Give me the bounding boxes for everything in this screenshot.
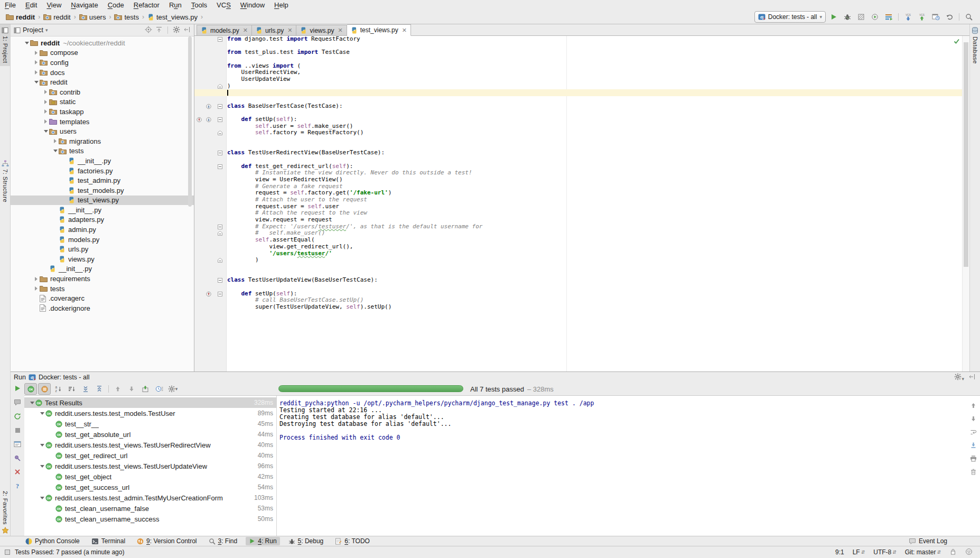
status-widget-utf-8[interactable]: UTF-8⇵ [873, 548, 897, 556]
project-tree-item-__init__.py[interactable]: __init__.py [11, 205, 194, 215]
project-tree-item-__init__.py[interactable]: __init__.py [11, 156, 194, 166]
code-line[interactable]: class TestUserRedirectView(BaseUserTestC… [194, 150, 963, 156]
collapse-arrow-icon[interactable] [39, 444, 45, 447]
collapse-arrow-icon[interactable] [42, 130, 49, 133]
test-result-row[interactable]: OKtest_get_object42ms [24, 471, 276, 482]
editor-tab-models.py[interactable]: models.py✕ [197, 25, 252, 36]
expand-arrow-icon[interactable] [33, 286, 40, 291]
expand-arrow-icon[interactable] [52, 139, 59, 143]
scroll-to-end-button[interactable] [970, 442, 977, 450]
close-tab-icon[interactable]: ✕ [243, 27, 248, 34]
inspections-status-icon[interactable] [954, 38, 960, 44]
fold-end-icon[interactable] [218, 231, 222, 236]
code-line[interactable]: self.factory = RequestFactory() [194, 129, 963, 136]
clear-all-button[interactable] [970, 468, 977, 477]
menu-vcs[interactable]: VCS [212, 0, 236, 10]
status-widget-git-master[interactable]: Git: master⇵ [905, 548, 941, 556]
toolwindow-button-3-find[interactable]: 3: Find [206, 537, 241, 545]
project-tree-item-users[interactable]: users [11, 126, 194, 136]
close-tab-icon[interactable]: ✕ [402, 27, 407, 34]
project-tree-item-compose[interactable]: compose [11, 48, 194, 58]
project-tree-item-migrations[interactable]: migrations [11, 136, 194, 146]
project-tree-item-test_models.py[interactable]: test_models.py [11, 185, 194, 196]
toolwindow-toggle-icon[interactable] [4, 549, 11, 555]
test-result-row[interactable]: OKtest_get_redirect_url40ms [24, 450, 276, 461]
expand-arrow-icon[interactable] [42, 90, 49, 94]
hector-inspector-button[interactable] [965, 548, 973, 557]
project-tree-item-test_admin.py[interactable]: test_admin.py [11, 175, 194, 185]
history-button[interactable] [930, 12, 941, 22]
status-widget-lf[interactable]: LF⇵ [853, 548, 865, 556]
project-tree-item-urls.py[interactable]: urls.py [11, 244, 194, 254]
close-tab-icon[interactable]: ✕ [338, 27, 343, 34]
fold-end-icon[interactable] [218, 84, 222, 89]
test-result-row[interactable]: OKreddit.users.tests.test_views.TestUser… [24, 461, 276, 471]
collapse-all-button[interactable] [93, 383, 106, 395]
fold-region-icon[interactable] [218, 292, 222, 296]
code-line[interactable]: UserUpdateView [194, 76, 963, 83]
collapse-arrow-icon[interactable] [33, 81, 40, 83]
toolwindow-button-6-todo[interactable]: 6: TODO [332, 537, 373, 545]
code-line[interactable]: ) [194, 257, 963, 264]
breadcrumb-item-reddit[interactable]: reddit [4, 13, 36, 21]
fold-region-icon[interactable] [218, 117, 222, 122]
sort-by-duration-button[interactable] [66, 383, 78, 395]
test-result-row[interactable]: OKTest Results328ms [24, 397, 276, 408]
project-tree-item-test_views.py[interactable]: test_views.py [11, 196, 194, 206]
project-tree-item-views.py[interactable]: views.py [11, 254, 194, 264]
test-result-row[interactable]: OKtest_clean_username_false53ms [24, 503, 276, 514]
menu-window[interactable]: Window [236, 0, 269, 10]
expand-arrow-icon[interactable] [42, 109, 49, 114]
overridden-method-icon[interactable] [206, 104, 211, 109]
lock-button[interactable] [949, 548, 957, 557]
editor-tab-urls.py[interactable]: urls.py✕ [252, 25, 297, 36]
expand-arrow-icon[interactable] [42, 119, 49, 124]
project-tree-item-taskapp[interactable]: taskapp [11, 107, 194, 117]
expand-arrow-icon[interactable] [33, 277, 40, 281]
code-line[interactable]: '/users/testuser/' [194, 250, 963, 257]
code-line[interactable]: from ..views import ( [194, 63, 963, 70]
event-log-button[interactable]: Event Log [909, 537, 947, 545]
hide-button[interactable] [183, 26, 191, 35]
soft-wrap-button[interactable] [970, 429, 977, 437]
project-tree-item-reddit[interactable]: reddit~/cookiecutter/reddit [11, 38, 194, 48]
code-line[interactable] [194, 109, 963, 116]
show-console-button[interactable] [14, 441, 21, 449]
expand-all-button[interactable] [79, 383, 92, 395]
previous-failed-button[interactable] [111, 383, 124, 395]
code-line[interactable]: super(TestUserUpdateView, self).setUp() [194, 304, 963, 311]
toolwindow-button-terminal[interactable]: Terminal [88, 537, 128, 545]
toolwindow-button-5-debug[interactable]: 5: Debug [285, 537, 327, 545]
project-tree-item-templates[interactable]: templates [11, 117, 194, 127]
project-tree-item-reddit[interactable]: reddit [11, 77, 194, 87]
export-results-button[interactable] [139, 383, 152, 395]
collapse-arrow-icon[interactable] [39, 412, 45, 415]
project-tree-item-models.py[interactable]: models.py [11, 235, 194, 245]
test-result-row[interactable]: OKtest_get_absolute_url44ms [24, 429, 276, 440]
menu-code[interactable]: Code [103, 0, 129, 10]
menu-view[interactable]: View [42, 0, 66, 10]
collapse-arrow-icon[interactable] [39, 497, 45, 499]
collapse-arrow-icon[interactable] [29, 402, 35, 404]
next-failed-button[interactable] [125, 383, 138, 395]
project-tree-item-adapters.py[interactable]: adapters.py [11, 215, 194, 225]
fold-end-icon[interactable] [218, 258, 222, 263]
coverage-button[interactable] [855, 12, 867, 22]
project-tree-item-config[interactable]: config [11, 58, 194, 68]
code-line[interactable]: from test_plus.test import TestCase [194, 49, 963, 56]
code-line[interactable] [194, 264, 963, 271]
help-button[interactable]: ? [14, 482, 21, 491]
sort-alphabetically-button[interactable]: az [52, 383, 64, 395]
status-widget-9-1[interactable]: 9:1 [835, 548, 844, 556]
code-line[interactable] [194, 136, 963, 143]
breadcrumb-item-tests[interactable]: tests [113, 13, 140, 21]
breadcrumb-item-test_views.py[interactable]: test_views.py [146, 13, 199, 21]
code-line[interactable] [194, 89, 963, 96]
menu-navigate[interactable]: Navigate [66, 0, 102, 10]
project-tree-item-.coveragerc[interactable]: .coveragerc [11, 293, 194, 303]
menu-tools[interactable]: Tools [186, 0, 212, 10]
fold-region-icon[interactable] [218, 37, 222, 42]
locate-button[interactable] [145, 26, 152, 35]
code-line[interactable]: class BaseUserTestCase(TestCase): [194, 103, 963, 110]
pin-button[interactable] [14, 454, 21, 463]
